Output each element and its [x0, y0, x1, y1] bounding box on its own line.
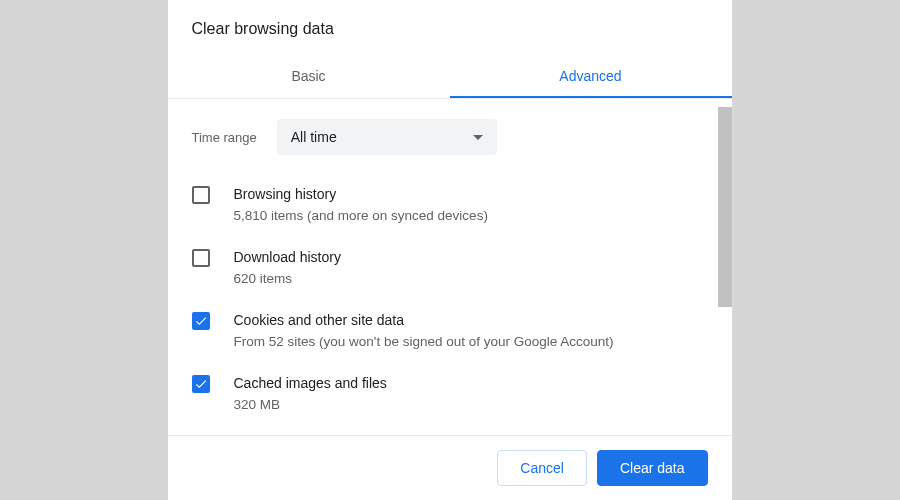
list-item: Cookies and other site data From 52 site…: [192, 299, 708, 362]
item-subtitle: 5,810 items (and more on synced devices): [234, 206, 708, 225]
item-title: Cookies and other site data: [234, 310, 708, 330]
scroll-area: Time range All time Browsing history 5,8…: [168, 99, 732, 435]
time-range-value: All time: [291, 129, 337, 145]
cancel-button[interactable]: Cancel: [497, 450, 587, 486]
dialog-title: Clear browsing data: [192, 20, 708, 38]
dialog-footer: Cancel Clear data: [168, 435, 732, 500]
caret-down-icon: [473, 135, 483, 140]
item-title: Download history: [234, 247, 708, 267]
clear-data-button[interactable]: Clear data: [597, 450, 708, 486]
checkbox-browsing-history[interactable]: [192, 186, 210, 204]
item-text: Browsing history 5,810 items (and more o…: [234, 184, 708, 225]
item-text: Cached images and files 320 MB: [234, 373, 708, 414]
list-item: Browsing history 5,810 items (and more o…: [192, 173, 708, 236]
item-subtitle: 620 items: [234, 269, 708, 288]
item-subtitle: From 52 sites (you won't be signed out o…: [234, 332, 708, 351]
time-range-label: Time range: [192, 130, 257, 145]
time-range-row: Time range All time: [192, 99, 708, 173]
scrollbar[interactable]: [718, 107, 732, 307]
list-item: Download history 620 items: [192, 236, 708, 299]
item-title: Browsing history: [234, 184, 708, 204]
dialog-header: Clear browsing data: [168, 0, 732, 44]
checkbox-cookies[interactable]: [192, 312, 210, 330]
checkbox-cached-images[interactable]: [192, 375, 210, 393]
checkmark-icon: [194, 377, 208, 391]
checkmark-icon: [194, 314, 208, 328]
clear-browsing-data-dialog: Clear browsing data Basic Advanced Time …: [168, 0, 733, 500]
item-text: Download history 620 items: [234, 247, 708, 288]
checkbox-download-history[interactable]: [192, 249, 210, 267]
button-label: Cancel: [520, 460, 564, 476]
tab-label: Basic: [291, 68, 325, 84]
time-range-dropdown[interactable]: All time: [277, 119, 497, 155]
list-item: Cached images and files 320 MB: [192, 362, 708, 425]
item-title: Cached images and files: [234, 373, 708, 393]
tab-advanced[interactable]: Advanced: [450, 54, 732, 98]
item-subtitle: 320 MB: [234, 395, 708, 414]
tab-basic[interactable]: Basic: [168, 54, 450, 98]
tab-label: Advanced: [559, 68, 621, 84]
item-text: Cookies and other site data From 52 site…: [234, 310, 708, 351]
button-label: Clear data: [620, 460, 685, 476]
list-item: Passwords and other sign-in data 227 pas…: [192, 425, 708, 435]
tab-bar: Basic Advanced: [168, 54, 732, 99]
